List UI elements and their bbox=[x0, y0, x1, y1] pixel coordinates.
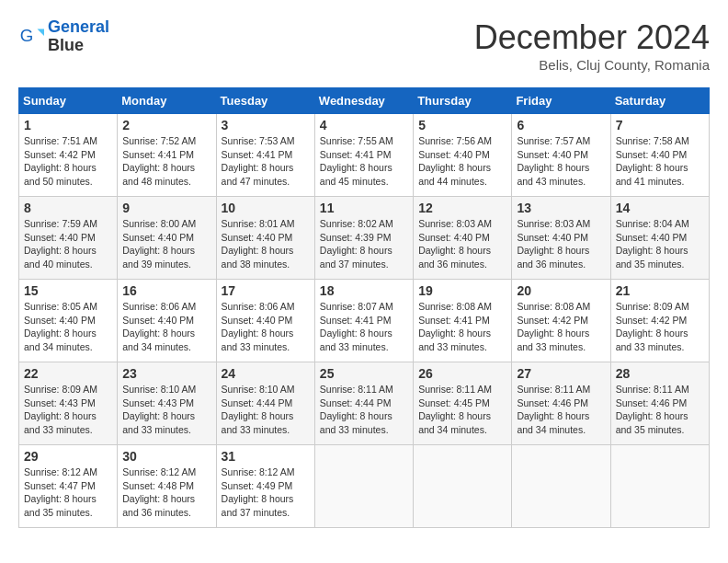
day-number: 16 bbox=[122, 283, 210, 298]
calendar-cell: 9Sunrise: 8:00 AMSunset: 4:40 PMDaylight… bbox=[118, 197, 216, 280]
logo: G General Blue bbox=[18, 18, 109, 55]
day-info: Sunrise: 7:57 AMSunset: 4:40 PMDaylight:… bbox=[517, 134, 605, 189]
calendar-cell: 10Sunrise: 8:01 AMSunset: 4:40 PMDayligh… bbox=[216, 197, 314, 280]
day-info: Sunrise: 8:11 AMSunset: 4:44 PMDaylight:… bbox=[320, 383, 408, 437]
calendar-cell: 4Sunrise: 7:55 AMSunset: 4:41 PMDaylight… bbox=[314, 114, 413, 197]
day-info: Sunrise: 8:06 AMSunset: 4:40 PMDaylight:… bbox=[222, 300, 310, 354]
calendar-cell: 5Sunrise: 7:56 AMSunset: 4:40 PMDaylight… bbox=[414, 114, 512, 197]
day-info: Sunrise: 8:12 AMSunset: 4:48 PMDaylight:… bbox=[122, 465, 210, 520]
day-info: Sunrise: 8:02 AMSunset: 4:39 PMDaylight:… bbox=[320, 217, 408, 271]
day-number: 9 bbox=[122, 201, 210, 215]
calendar-cell: 16Sunrise: 8:06 AMSunset: 4:40 PMDayligh… bbox=[118, 280, 216, 362]
day-number: 2 bbox=[122, 118, 210, 132]
day-number: 17 bbox=[222, 283, 310, 298]
calendar-cell: 25Sunrise: 8:11 AMSunset: 4:44 PMDayligh… bbox=[314, 362, 413, 445]
calendar-cell: 6Sunrise: 7:57 AMSunset: 4:40 PMDaylight… bbox=[512, 114, 610, 197]
weekday-header-friday: Friday bbox=[512, 88, 610, 114]
weekday-header-wednesday: Wednesday bbox=[314, 88, 413, 114]
day-number: 22 bbox=[24, 366, 112, 381]
day-number: 24 bbox=[222, 366, 310, 381]
day-info: Sunrise: 8:12 AMSunset: 4:49 PMDaylight:… bbox=[222, 465, 310, 520]
day-number: 31 bbox=[222, 449, 310, 464]
day-number: 15 bbox=[24, 283, 112, 298]
day-number: 18 bbox=[320, 283, 408, 298]
day-number: 14 bbox=[616, 201, 704, 215]
day-number: 6 bbox=[517, 118, 605, 132]
calendar-cell: 22Sunrise: 8:09 AMSunset: 4:43 PMDayligh… bbox=[19, 362, 118, 445]
day-number: 21 bbox=[616, 283, 704, 298]
day-info: Sunrise: 8:03 AMSunset: 4:40 PMDaylight:… bbox=[517, 217, 605, 271]
day-info: Sunrise: 7:53 AMSunset: 4:41 PMDaylight:… bbox=[222, 134, 310, 189]
day-number: 1 bbox=[24, 118, 112, 132]
calendar-cell: 13Sunrise: 8:03 AMSunset: 4:40 PMDayligh… bbox=[512, 197, 610, 280]
calendar-cell: 31Sunrise: 8:12 AMSunset: 4:49 PMDayligh… bbox=[216, 445, 314, 528]
page-header: G General Blue December 2024 Belis, Cluj… bbox=[18, 18, 710, 73]
calendar-cell: 17Sunrise: 8:06 AMSunset: 4:40 PMDayligh… bbox=[216, 280, 314, 362]
calendar-cell: 15Sunrise: 8:05 AMSunset: 4:40 PMDayligh… bbox=[19, 280, 118, 362]
day-info: Sunrise: 8:04 AMSunset: 4:40 PMDaylight:… bbox=[616, 217, 704, 271]
calendar-cell: 20Sunrise: 8:08 AMSunset: 4:42 PMDayligh… bbox=[512, 280, 610, 362]
calendar-cell: 28Sunrise: 8:11 AMSunset: 4:46 PMDayligh… bbox=[610, 362, 709, 445]
weekday-header-thursday: Thursday bbox=[414, 88, 512, 114]
logo-icon: G bbox=[18, 24, 44, 50]
day-number: 13 bbox=[517, 201, 605, 215]
weekday-header-monday: Monday bbox=[118, 88, 216, 114]
calendar-cell: 7Sunrise: 7:58 AMSunset: 4:40 PMDaylight… bbox=[610, 114, 709, 197]
svg-text:G: G bbox=[20, 25, 34, 44]
day-number: 3 bbox=[222, 118, 310, 132]
day-number: 29 bbox=[24, 449, 112, 464]
weekday-header-tuesday: Tuesday bbox=[216, 88, 314, 114]
day-number: 10 bbox=[222, 201, 310, 215]
day-info: Sunrise: 8:11 AMSunset: 4:46 PMDaylight:… bbox=[616, 383, 704, 437]
calendar-cell: 11Sunrise: 8:02 AMSunset: 4:39 PMDayligh… bbox=[314, 197, 413, 280]
calendar-table: SundayMondayTuesdayWednesdayThursdayFrid… bbox=[18, 87, 710, 528]
day-info: Sunrise: 8:12 AMSunset: 4:47 PMDaylight:… bbox=[24, 465, 112, 520]
calendar-cell: 8Sunrise: 7:59 AMSunset: 4:40 PMDaylight… bbox=[19, 197, 118, 280]
day-info: Sunrise: 8:11 AMSunset: 4:46 PMDaylight:… bbox=[517, 383, 605, 437]
day-info: Sunrise: 8:08 AMSunset: 4:41 PMDaylight:… bbox=[418, 300, 506, 354]
day-info: Sunrise: 8:10 AMSunset: 4:44 PMDaylight:… bbox=[222, 383, 310, 437]
day-info: Sunrise: 8:01 AMSunset: 4:40 PMDaylight:… bbox=[222, 217, 310, 271]
day-number: 7 bbox=[616, 118, 704, 132]
day-number: 27 bbox=[517, 366, 605, 381]
day-info: Sunrise: 7:56 AMSunset: 4:40 PMDaylight:… bbox=[418, 134, 506, 189]
day-info: Sunrise: 8:08 AMSunset: 4:42 PMDaylight:… bbox=[517, 300, 605, 354]
day-info: Sunrise: 8:05 AMSunset: 4:40 PMDaylight:… bbox=[24, 300, 112, 354]
day-info: Sunrise: 8:03 AMSunset: 4:40 PMDaylight:… bbox=[418, 217, 506, 271]
day-info: Sunrise: 8:11 AMSunset: 4:45 PMDaylight:… bbox=[418, 383, 506, 437]
day-info: Sunrise: 7:59 AMSunset: 4:40 PMDaylight:… bbox=[24, 217, 112, 271]
month-title: December 2024 bbox=[474, 18, 710, 57]
day-info: Sunrise: 7:52 AMSunset: 4:41 PMDaylight:… bbox=[122, 134, 210, 189]
location-subtitle: Belis, Cluj County, Romania bbox=[474, 57, 710, 73]
day-number: 19 bbox=[418, 283, 506, 298]
day-info: Sunrise: 8:10 AMSunset: 4:43 PMDaylight:… bbox=[122, 383, 210, 437]
day-number: 8 bbox=[24, 201, 112, 215]
logo-text: General Blue bbox=[48, 18, 109, 55]
day-number: 20 bbox=[517, 283, 605, 298]
day-info: Sunrise: 8:06 AMSunset: 4:40 PMDaylight:… bbox=[122, 300, 210, 354]
calendar-cell: 12Sunrise: 8:03 AMSunset: 4:40 PMDayligh… bbox=[414, 197, 512, 280]
calendar-cell: 19Sunrise: 8:08 AMSunset: 4:41 PMDayligh… bbox=[414, 280, 512, 362]
day-info: Sunrise: 8:09 AMSunset: 4:43 PMDaylight:… bbox=[24, 383, 112, 437]
day-number: 12 bbox=[418, 201, 506, 215]
day-number: 5 bbox=[418, 118, 506, 132]
calendar-cell: 24Sunrise: 8:10 AMSunset: 4:44 PMDayligh… bbox=[216, 362, 314, 445]
day-info: Sunrise: 8:07 AMSunset: 4:41 PMDaylight:… bbox=[320, 300, 408, 354]
calendar-cell: 1Sunrise: 7:51 AMSunset: 4:42 PMDaylight… bbox=[19, 114, 118, 197]
day-number: 30 bbox=[122, 449, 210, 464]
weekday-header-saturday: Saturday bbox=[610, 88, 709, 114]
calendar-cell: 29Sunrise: 8:12 AMSunset: 4:47 PMDayligh… bbox=[19, 445, 118, 528]
calendar-cell bbox=[414, 445, 512, 528]
day-number: 4 bbox=[320, 118, 408, 132]
weekday-header-sunday: Sunday bbox=[19, 88, 118, 114]
day-info: Sunrise: 7:58 AMSunset: 4:40 PMDaylight:… bbox=[616, 134, 704, 189]
calendar-cell: 18Sunrise: 8:07 AMSunset: 4:41 PMDayligh… bbox=[314, 280, 413, 362]
calendar-cell: 2Sunrise: 7:52 AMSunset: 4:41 PMDaylight… bbox=[118, 114, 216, 197]
day-info: Sunrise: 7:55 AMSunset: 4:41 PMDaylight:… bbox=[320, 134, 408, 189]
calendar-cell bbox=[512, 445, 610, 528]
day-info: Sunrise: 8:09 AMSunset: 4:42 PMDaylight:… bbox=[616, 300, 704, 354]
day-info: Sunrise: 7:51 AMSunset: 4:42 PMDaylight:… bbox=[24, 134, 112, 189]
day-info: Sunrise: 8:00 AMSunset: 4:40 PMDaylight:… bbox=[122, 217, 210, 271]
calendar-cell: 14Sunrise: 8:04 AMSunset: 4:40 PMDayligh… bbox=[610, 197, 709, 280]
calendar-cell: 27Sunrise: 8:11 AMSunset: 4:46 PMDayligh… bbox=[512, 362, 610, 445]
